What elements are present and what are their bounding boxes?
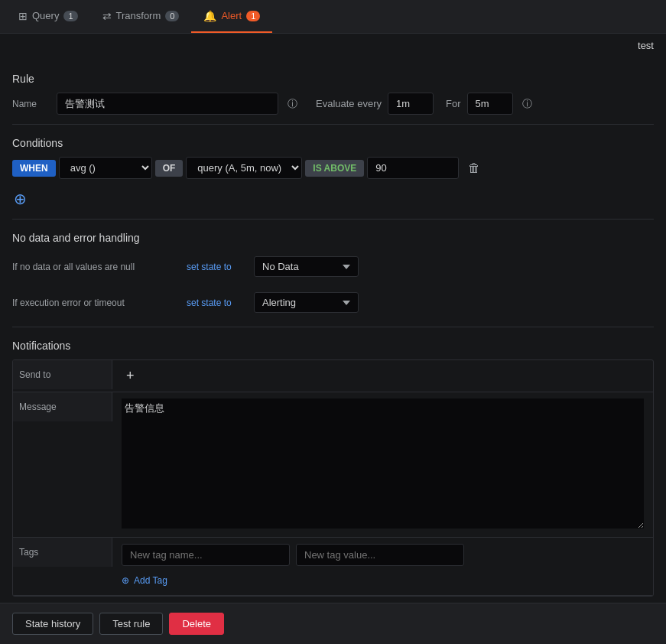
message-content: 告警信息 (112, 392, 653, 537)
tag-name-input[interactable] (122, 544, 290, 566)
add-send-to-button[interactable]: + (122, 366, 139, 385)
alert-icon: 🔔 (203, 10, 216, 22)
of-badge: OF (155, 160, 184, 177)
info-icon: ⓘ (288, 97, 297, 111)
tab-transform[interactable]: ⇄ Transform 0 (90, 0, 192, 33)
tab-query[interactable]: ⊞ Query 1 (6, 0, 90, 33)
rule-row: Name ⓘ Evaluate every For ⓘ (12, 93, 654, 115)
add-condition-row: ⊕ (12, 185, 654, 210)
tags-row: Tags ⊕ Add Tag (13, 538, 653, 596)
send-to-label: Send to (13, 360, 112, 389)
evaluate-every-input[interactable] (388, 93, 434, 115)
message-label: Message (13, 392, 112, 421)
when-badge: WHEN (12, 160, 56, 177)
no-data-row-1: If no data or all values are null set st… (12, 252, 654, 281)
for-input[interactable] (467, 93, 513, 115)
page-title-bar: test (0, 34, 666, 54)
add-condition-button[interactable]: ⊕ (12, 188, 28, 210)
tag-inputs-row (122, 544, 644, 566)
tags-content: ⊕ Add Tag (112, 538, 653, 595)
no-data-section-title: No data and error handling (12, 232, 654, 244)
tag-value-input[interactable] (296, 544, 464, 566)
main-content: Rule Name ⓘ Evaluate every For ⓘ Conditi… (0, 54, 666, 644)
avg-select[interactable]: avg () sum () min () max () count () las… (59, 157, 152, 179)
for-info-icon: ⓘ (522, 97, 532, 111)
tab-query-badge: 1 (63, 11, 77, 21)
tabs-bar: ⊞ Query 1 ⇄ Transform 0 🔔 Alert 1 (0, 0, 666, 34)
bottom-bar: State history Test rule Delete (0, 603, 666, 644)
add-tag-label: Add Tag (134, 575, 167, 586)
message-row: Message 告警信息 (13, 392, 653, 538)
query-select[interactable]: query (A, 5m, now) (186, 157, 302, 179)
query-icon: ⊞ (18, 10, 28, 22)
no-data-condition-1: If no data or all values are null (12, 262, 180, 272)
threshold-input[interactable] (367, 157, 459, 179)
test-rule-button[interactable]: Test rule (99, 613, 163, 635)
send-to-row: Send to + (13, 360, 653, 392)
delete-condition-button[interactable]: 🗑 (462, 158, 486, 178)
message-textarea[interactable]: 告警信息 (122, 398, 644, 529)
add-tag-icon: ⊕ (122, 575, 129, 586)
notifications-section-title: Notifications (12, 340, 654, 352)
send-to-content: + (112, 360, 653, 392)
name-input[interactable] (57, 93, 278, 115)
set-state-label-2: set state to (187, 298, 248, 308)
no-data-condition-2: If execution error or timeout (12, 298, 180, 308)
no-data-state-select[interactable]: No Data Alerting Keep Last State OK (254, 256, 359, 277)
tab-query-label: Query (32, 10, 59, 21)
no-data-row-2: If execution error or timeout set state … (12, 288, 654, 317)
name-label: Name (12, 99, 50, 109)
transform-icon: ⇄ (102, 10, 112, 22)
rule-section-title: Rule (12, 73, 654, 85)
set-state-label-1: set state to (187, 262, 248, 272)
notifications-container: Send to + Message 告警信息 Tags ⊕ Add Tag (12, 359, 654, 597)
tab-alert-badge: 1 (246, 11, 260, 21)
tab-transform-badge: 0 (165, 11, 179, 21)
state-history-button[interactable]: State history (12, 613, 93, 635)
error-state-select[interactable]: Alerting No Data Keep Last State OK Erro… (254, 292, 359, 313)
add-tag-button[interactable]: ⊕ Add Tag (122, 572, 167, 589)
conditions-section-title: Conditions (12, 137, 654, 149)
for-label: For (446, 98, 461, 109)
is-above-badge: IS ABOVE (305, 160, 364, 177)
conditions-row: WHEN avg () sum () min () max () count (… (12, 157, 654, 179)
tags-label: Tags (13, 538, 112, 567)
page-title: test (638, 40, 654, 51)
evaluate-every-label: Evaluate every (316, 98, 382, 109)
tab-alert-label: Alert (221, 10, 242, 21)
tab-transform-label: Transform (116, 10, 161, 21)
delete-button[interactable]: Delete (169, 613, 224, 635)
tab-alert[interactable]: 🔔 Alert 1 (191, 0, 272, 33)
